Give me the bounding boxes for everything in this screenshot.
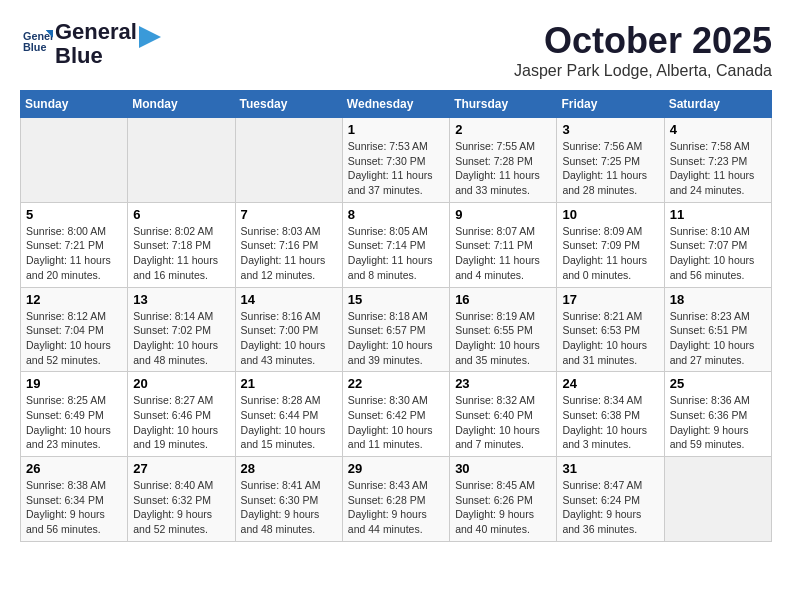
day-number: 18 (670, 292, 766, 307)
calendar-cell: 11Sunrise: 8:10 AM Sunset: 7:07 PM Dayli… (664, 202, 771, 287)
calendar-cell: 21Sunrise: 8:28 AM Sunset: 6:44 PM Dayli… (235, 372, 342, 457)
day-info: Sunrise: 7:55 AM Sunset: 7:28 PM Dayligh… (455, 139, 551, 198)
day-info: Sunrise: 8:30 AM Sunset: 6:42 PM Dayligh… (348, 393, 444, 452)
week-row-3: 19Sunrise: 8:25 AM Sunset: 6:49 PM Dayli… (21, 372, 772, 457)
day-info: Sunrise: 8:18 AM Sunset: 6:57 PM Dayligh… (348, 309, 444, 368)
day-number: 30 (455, 461, 551, 476)
day-info: Sunrise: 8:12 AM Sunset: 7:04 PM Dayligh… (26, 309, 122, 368)
logo-chevron-icon (139, 26, 161, 48)
day-info: Sunrise: 7:53 AM Sunset: 7:30 PM Dayligh… (348, 139, 444, 198)
day-info: Sunrise: 8:19 AM Sunset: 6:55 PM Dayligh… (455, 309, 551, 368)
day-info: Sunrise: 8:25 AM Sunset: 6:49 PM Dayligh… (26, 393, 122, 452)
weekday-header-row: SundayMondayTuesdayWednesdayThursdayFrid… (21, 91, 772, 118)
day-number: 27 (133, 461, 229, 476)
day-info: Sunrise: 8:34 AM Sunset: 6:38 PM Dayligh… (562, 393, 658, 452)
calendar-cell: 29Sunrise: 8:43 AM Sunset: 6:28 PM Dayli… (342, 457, 449, 542)
week-row-2: 12Sunrise: 8:12 AM Sunset: 7:04 PM Dayli… (21, 287, 772, 372)
day-number: 8 (348, 207, 444, 222)
day-number: 2 (455, 122, 551, 137)
calendar-cell: 17Sunrise: 8:21 AM Sunset: 6:53 PM Dayli… (557, 287, 664, 372)
day-info: Sunrise: 8:32 AM Sunset: 6:40 PM Dayligh… (455, 393, 551, 452)
day-info: Sunrise: 8:02 AM Sunset: 7:18 PM Dayligh… (133, 224, 229, 283)
week-row-0: 1Sunrise: 7:53 AM Sunset: 7:30 PM Daylig… (21, 118, 772, 203)
day-number: 14 (241, 292, 337, 307)
weekday-header-saturday: Saturday (664, 91, 771, 118)
calendar-cell: 14Sunrise: 8:16 AM Sunset: 7:00 PM Dayli… (235, 287, 342, 372)
calendar-cell: 23Sunrise: 8:32 AM Sunset: 6:40 PM Dayli… (450, 372, 557, 457)
day-number: 15 (348, 292, 444, 307)
day-number: 20 (133, 376, 229, 391)
svg-text:Blue: Blue (23, 41, 46, 53)
calendar-cell: 27Sunrise: 8:40 AM Sunset: 6:32 PM Dayli… (128, 457, 235, 542)
day-info: Sunrise: 8:41 AM Sunset: 6:30 PM Dayligh… (241, 478, 337, 537)
day-info: Sunrise: 8:16 AM Sunset: 7:00 PM Dayligh… (241, 309, 337, 368)
calendar-cell: 8Sunrise: 8:05 AM Sunset: 7:14 PM Daylig… (342, 202, 449, 287)
weekday-header-thursday: Thursday (450, 91, 557, 118)
calendar-cell (664, 457, 771, 542)
calendar-cell: 22Sunrise: 8:30 AM Sunset: 6:42 PM Dayli… (342, 372, 449, 457)
calendar-cell (128, 118, 235, 203)
title-block: October 2025 Jasper Park Lodge, Alberta,… (514, 20, 772, 80)
day-number: 12 (26, 292, 122, 307)
logo-icon: General Blue (23, 27, 53, 57)
day-info: Sunrise: 7:56 AM Sunset: 7:25 PM Dayligh… (562, 139, 658, 198)
day-info: Sunrise: 8:10 AM Sunset: 7:07 PM Dayligh… (670, 224, 766, 283)
day-number: 13 (133, 292, 229, 307)
calendar-cell (235, 118, 342, 203)
day-number: 9 (455, 207, 551, 222)
day-info: Sunrise: 8:28 AM Sunset: 6:44 PM Dayligh… (241, 393, 337, 452)
day-number: 16 (455, 292, 551, 307)
calendar-cell: 15Sunrise: 8:18 AM Sunset: 6:57 PM Dayli… (342, 287, 449, 372)
day-number: 4 (670, 122, 766, 137)
day-number: 10 (562, 207, 658, 222)
day-info: Sunrise: 8:43 AM Sunset: 6:28 PM Dayligh… (348, 478, 444, 537)
weekday-header-tuesday: Tuesday (235, 91, 342, 118)
day-number: 26 (26, 461, 122, 476)
calendar-table: SundayMondayTuesdayWednesdayThursdayFrid… (20, 90, 772, 542)
day-info: Sunrise: 8:03 AM Sunset: 7:16 PM Dayligh… (241, 224, 337, 283)
day-info: Sunrise: 8:05 AM Sunset: 7:14 PM Dayligh… (348, 224, 444, 283)
calendar-cell: 19Sunrise: 8:25 AM Sunset: 6:49 PM Dayli… (21, 372, 128, 457)
calendar-cell: 3Sunrise: 7:56 AM Sunset: 7:25 PM Daylig… (557, 118, 664, 203)
logo-text-blue: Blue (55, 44, 137, 68)
logo-text-general: General (55, 20, 137, 44)
calendar-cell: 28Sunrise: 8:41 AM Sunset: 6:30 PM Dayli… (235, 457, 342, 542)
calendar-cell: 31Sunrise: 8:47 AM Sunset: 6:24 PM Dayli… (557, 457, 664, 542)
day-number: 22 (348, 376, 444, 391)
calendar-cell: 12Sunrise: 8:12 AM Sunset: 7:04 PM Dayli… (21, 287, 128, 372)
weekday-header-sunday: Sunday (21, 91, 128, 118)
calendar-cell: 16Sunrise: 8:19 AM Sunset: 6:55 PM Dayli… (450, 287, 557, 372)
day-number: 28 (241, 461, 337, 476)
calendar-header: SundayMondayTuesdayWednesdayThursdayFrid… (21, 91, 772, 118)
calendar-cell: 30Sunrise: 8:45 AM Sunset: 6:26 PM Dayli… (450, 457, 557, 542)
day-number: 1 (348, 122, 444, 137)
calendar-body: 1Sunrise: 7:53 AM Sunset: 7:30 PM Daylig… (21, 118, 772, 542)
calendar-cell: 2Sunrise: 7:55 AM Sunset: 7:28 PM Daylig… (450, 118, 557, 203)
calendar-cell: 13Sunrise: 8:14 AM Sunset: 7:02 PM Dayli… (128, 287, 235, 372)
day-number: 21 (241, 376, 337, 391)
calendar-cell: 1Sunrise: 7:53 AM Sunset: 7:30 PM Daylig… (342, 118, 449, 203)
week-row-4: 26Sunrise: 8:38 AM Sunset: 6:34 PM Dayli… (21, 457, 772, 542)
calendar-cell: 9Sunrise: 8:07 AM Sunset: 7:11 PM Daylig… (450, 202, 557, 287)
calendar-cell: 5Sunrise: 8:00 AM Sunset: 7:21 PM Daylig… (21, 202, 128, 287)
day-number: 6 (133, 207, 229, 222)
calendar-cell: 24Sunrise: 8:34 AM Sunset: 6:38 PM Dayli… (557, 372, 664, 457)
calendar-cell: 25Sunrise: 8:36 AM Sunset: 6:36 PM Dayli… (664, 372, 771, 457)
day-info: Sunrise: 8:21 AM Sunset: 6:53 PM Dayligh… (562, 309, 658, 368)
calendar-cell: 10Sunrise: 8:09 AM Sunset: 7:09 PM Dayli… (557, 202, 664, 287)
day-number: 11 (670, 207, 766, 222)
page-header: General Blue General Blue October 2025 J… (20, 20, 772, 80)
day-number: 19 (26, 376, 122, 391)
day-number: 7 (241, 207, 337, 222)
month-title: October 2025 (514, 20, 772, 62)
day-number: 3 (562, 122, 658, 137)
calendar-cell: 4Sunrise: 7:58 AM Sunset: 7:23 PM Daylig… (664, 118, 771, 203)
day-info: Sunrise: 8:23 AM Sunset: 6:51 PM Dayligh… (670, 309, 766, 368)
day-info: Sunrise: 7:58 AM Sunset: 7:23 PM Dayligh… (670, 139, 766, 198)
weekday-header-friday: Friday (557, 91, 664, 118)
day-info: Sunrise: 8:09 AM Sunset: 7:09 PM Dayligh… (562, 224, 658, 283)
day-info: Sunrise: 8:27 AM Sunset: 6:46 PM Dayligh… (133, 393, 229, 452)
day-info: Sunrise: 8:14 AM Sunset: 7:02 PM Dayligh… (133, 309, 229, 368)
day-number: 29 (348, 461, 444, 476)
calendar-cell: 7Sunrise: 8:03 AM Sunset: 7:16 PM Daylig… (235, 202, 342, 287)
